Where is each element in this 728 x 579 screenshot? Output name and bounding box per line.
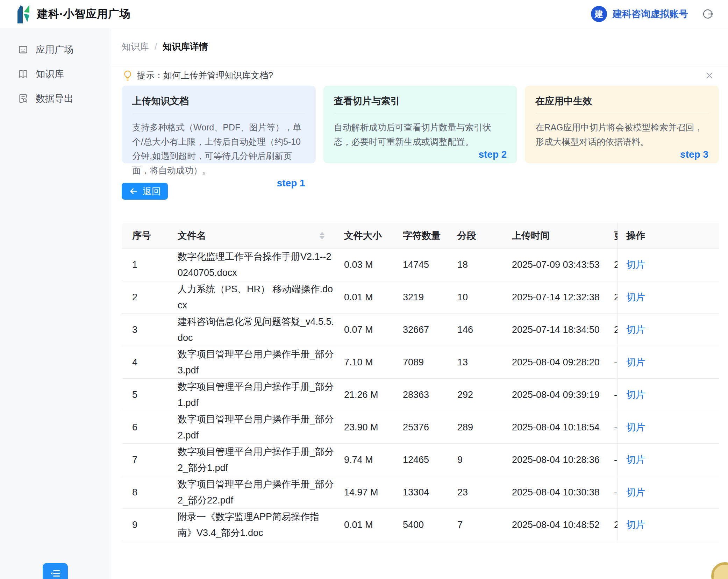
step-card-slices: 查看切片与索引 自动解析成功后可查看切片数量与索引状态，必要时可重新生成或调整配… — [323, 86, 518, 163]
avatar[interactable]: 建 — [591, 6, 607, 22]
segment-count: 292 — [457, 389, 512, 400]
documents-table: 序号 文件名 文件大小 字符数量 分段 上传时间 更 操作 1 数字化监 — [122, 223, 719, 541]
card-step-label: step 2 — [334, 149, 507, 160]
file-name: 附录一《数字监理APP简易操作指南》V3.4_部分1.doc — [178, 509, 344, 541]
sort-caret-icon[interactable] — [320, 232, 324, 240]
file-size: 0.01 M — [344, 292, 403, 303]
truncated-cell: - — [614, 487, 618, 498]
brand: 建科·小智应用广场 — [13, 3, 130, 25]
column-header-charcount: 字符数量 — [403, 229, 457, 242]
step-card-apply: 在应用中生效 在RAG应用中切片将会被模型检索并召回，形成大模型对话的依据语料。… — [525, 86, 719, 163]
app-plaza-robot-icon — [17, 44, 29, 55]
truncated-cell: 2 — [614, 520, 618, 530]
column-header-filesize: 文件大小 — [344, 229, 403, 242]
column-header-no: 序号 — [122, 229, 178, 242]
sidebar-item-data-export[interactable]: 数据导出 — [0, 86, 111, 111]
truncated-cell: - — [614, 422, 618, 433]
slice-link[interactable]: 切片 — [626, 388, 645, 401]
actions-cell: 切片 — [618, 346, 719, 378]
truncated-cell: - — [614, 389, 618, 400]
actions-cell: 切片 — [618, 249, 719, 281]
slice-link[interactable]: 切片 — [626, 356, 645, 369]
step-cards: 上传知识文档 支持多种格式（Word、PDF、图片等），单个/总大小有上限，上传… — [122, 86, 719, 163]
actions-cell: 切片 — [618, 281, 719, 313]
file-name: 数字化监理工作平台操作手册V2.1--20240705.docx — [178, 249, 344, 281]
actions-cell: 切片 — [618, 444, 719, 476]
card-title: 查看切片与索引 — [334, 95, 507, 114]
upload-time: 2025-08-04 10:18:54 — [512, 422, 614, 433]
card-title: 上传知识文档 — [132, 95, 305, 114]
sidebar-item-app-plaza[interactable]: 应用广场 — [0, 37, 111, 62]
file-name: 数字项目管理平台用户操作手册_部分2_部分22.pdf — [178, 476, 344, 508]
segment-count: 146 — [457, 324, 512, 335]
upload-time: 2025-07-09 03:43:53 — [512, 259, 614, 270]
lightbulb-icon — [122, 70, 133, 81]
row-number: 9 — [122, 520, 178, 530]
file-size: 7.10 M — [344, 357, 403, 368]
char-count: 3219 — [403, 292, 457, 303]
row-number: 1 — [122, 259, 178, 270]
char-count: 28363 — [403, 389, 457, 400]
file-name: 人力系统（PS、HR） 移动端操作.docx — [178, 281, 344, 313]
slice-link[interactable]: 切片 — [626, 519, 645, 531]
char-count: 25376 — [403, 422, 457, 433]
char-count: 7089 — [403, 357, 457, 368]
upload-time: 2025-07-14 18:34:50 — [512, 324, 614, 335]
segment-count: 18 — [457, 259, 512, 270]
tip-label: 提示：如何上传并管理知识库文档? — [137, 70, 273, 81]
sidebar-item-label: 数据导出 — [36, 92, 73, 105]
breadcrumb-parent-link[interactable]: 知识库 — [122, 41, 149, 53]
app-header: 建科·小智应用广场 建 建科咨询虚拟账号 — [0, 0, 728, 28]
breadcrumb: 知识库 / 知识库详情 — [111, 28, 728, 65]
main-content: 知识库 / 知识库详情 提示：如何上传并管理知识库文档? — [111, 28, 728, 579]
table-header-row: 序号 文件名 文件大小 字符数量 分段 上传时间 更 操作 — [122, 223, 719, 249]
segment-count: 7 — [457, 520, 512, 530]
truncated-cell: 2 — [614, 292, 618, 303]
segment-count: 10 — [457, 292, 512, 303]
column-header-truncated: 更 — [614, 229, 618, 242]
sidebar-item-knowledge-base[interactable]: 知识库 — [0, 62, 111, 86]
slice-link[interactable]: 切片 — [626, 486, 645, 499]
table-row: 9 附录一《数字监理APP简易操作指南》V3.4_部分1.doc 0.01 M … — [122, 509, 719, 541]
actions-cell: 切片 — [618, 509, 719, 541]
upload-time: 2025-08-04 10:48:52 — [512, 520, 614, 530]
segment-count: 13 — [457, 357, 512, 368]
column-header-uploadtime: 上传时间 — [512, 229, 614, 242]
slice-link[interactable]: 切片 — [626, 291, 645, 303]
truncated-cell: 2 — [614, 324, 618, 335]
collapse-sidebar-button[interactable] — [43, 563, 68, 579]
file-size: 23.90 M — [344, 422, 403, 433]
slice-link[interactable]: 切片 — [626, 323, 645, 336]
char-count: 14745 — [403, 259, 457, 270]
segment-count: 23 — [457, 487, 512, 498]
row-number: 4 — [122, 357, 178, 368]
table-row: 2 人力系统（PS、HR） 移动端操作.docx 0.01 M 3219 10 … — [122, 281, 719, 314]
file-size: 0.07 M — [344, 324, 403, 335]
slice-link[interactable]: 切片 — [626, 258, 645, 271]
account-name[interactable]: 建科咨询虚拟账号 — [613, 8, 688, 20]
column-header-filename[interactable]: 文件名 — [178, 229, 344, 242]
logout-icon[interactable] — [701, 8, 714, 20]
table-row: 4 数字项目管理平台用户操作手册_部分3.pdf 7.10 M 7089 13 … — [122, 346, 719, 379]
back-arrow-icon — [129, 186, 138, 196]
upload-time: 2025-08-04 10:30:38 — [512, 487, 614, 498]
truncated-cell: - — [614, 357, 618, 368]
table-body: 1 数字化监理工作平台操作手册V2.1--20240705.docx 0.03 … — [122, 249, 719, 541]
account-area: 建 建科咨询虚拟账号 — [591, 6, 714, 22]
actions-cell: 切片 — [618, 411, 719, 443]
segment-count: 289 — [457, 422, 512, 433]
column-header-actions: 操作 — [618, 223, 719, 248]
slice-link[interactable]: 切片 — [626, 421, 645, 434]
upload-time: 2025-08-04 09:28:20 — [512, 357, 614, 368]
char-count: 12465 — [403, 455, 457, 465]
table-row: 5 数字项目管理平台用户操作手册_部分1.pdf 21.26 M 28363 2… — [122, 379, 719, 411]
file-size: 0.03 M — [344, 259, 403, 270]
row-number: 5 — [122, 389, 178, 400]
card-body: 在RAG应用中切片将会被模型检索并召回，形成大模型对话的依据语料。 — [535, 114, 708, 149]
file-size: 21.26 M — [344, 389, 403, 400]
sidebar-item-label: 应用广场 — [36, 43, 73, 56]
segment-count: 9 — [457, 455, 512, 465]
close-icon[interactable] — [704, 70, 715, 81]
slice-link[interactable]: 切片 — [626, 453, 645, 466]
back-button-label: 返回 — [143, 185, 161, 198]
